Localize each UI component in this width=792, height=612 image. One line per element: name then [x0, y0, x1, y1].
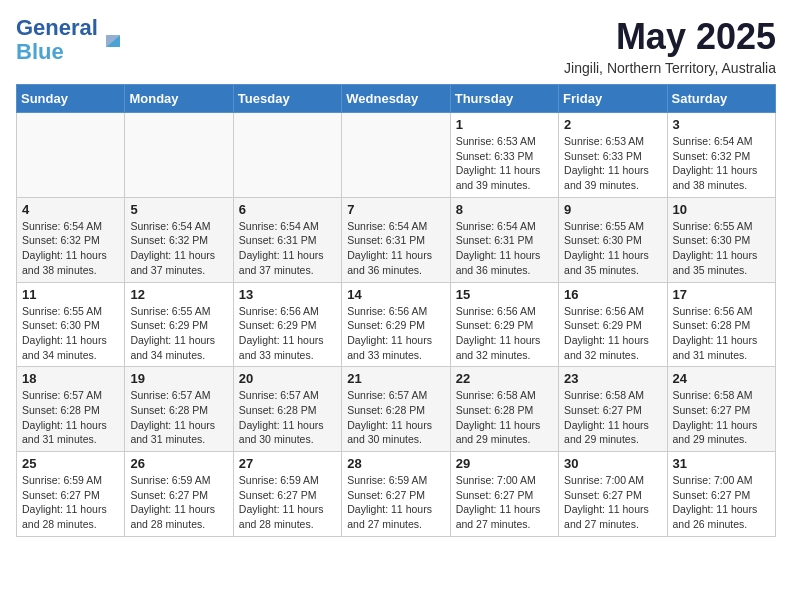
day-number: 29 [456, 456, 553, 471]
col-header-friday: Friday [559, 85, 667, 113]
logo-text: GeneralBlue [16, 16, 98, 64]
day-number: 3 [673, 117, 770, 132]
col-header-monday: Monday [125, 85, 233, 113]
day-cell: 13Sunrise: 6:56 AMSunset: 6:29 PMDayligh… [233, 282, 341, 367]
day-number: 20 [239, 371, 336, 386]
col-header-sunday: Sunday [17, 85, 125, 113]
day-info: Sunrise: 6:55 AMSunset: 6:30 PMDaylight:… [22, 304, 119, 363]
day-info: Sunrise: 6:59 AMSunset: 6:27 PMDaylight:… [239, 473, 336, 532]
day-number: 30 [564, 456, 661, 471]
day-cell: 2Sunrise: 6:53 AMSunset: 6:33 PMDaylight… [559, 113, 667, 198]
day-cell: 15Sunrise: 6:56 AMSunset: 6:29 PMDayligh… [450, 282, 558, 367]
day-info: Sunrise: 6:54 AMSunset: 6:32 PMDaylight:… [673, 134, 770, 193]
day-info: Sunrise: 6:55 AMSunset: 6:30 PMDaylight:… [564, 219, 661, 278]
day-info: Sunrise: 6:56 AMSunset: 6:29 PMDaylight:… [564, 304, 661, 363]
day-cell [125, 113, 233, 198]
day-info: Sunrise: 6:55 AMSunset: 6:30 PMDaylight:… [673, 219, 770, 278]
day-number: 16 [564, 287, 661, 302]
day-number: 9 [564, 202, 661, 217]
day-info: Sunrise: 6:56 AMSunset: 6:29 PMDaylight:… [456, 304, 553, 363]
day-info: Sunrise: 6:56 AMSunset: 6:28 PMDaylight:… [673, 304, 770, 363]
day-number: 14 [347, 287, 444, 302]
day-number: 7 [347, 202, 444, 217]
logo: GeneralBlue [16, 16, 124, 64]
day-cell: 30Sunrise: 7:00 AMSunset: 6:27 PMDayligh… [559, 452, 667, 537]
day-cell: 3Sunrise: 6:54 AMSunset: 6:32 PMDaylight… [667, 113, 775, 198]
day-info: Sunrise: 6:57 AMSunset: 6:28 PMDaylight:… [239, 388, 336, 447]
day-info: Sunrise: 7:00 AMSunset: 6:27 PMDaylight:… [564, 473, 661, 532]
day-info: Sunrise: 6:54 AMSunset: 6:32 PMDaylight:… [130, 219, 227, 278]
calendar-header-row: SundayMondayTuesdayWednesdayThursdayFrid… [17, 85, 776, 113]
day-cell: 18Sunrise: 6:57 AMSunset: 6:28 PMDayligh… [17, 367, 125, 452]
day-cell: 5Sunrise: 6:54 AMSunset: 6:32 PMDaylight… [125, 197, 233, 282]
day-cell: 25Sunrise: 6:59 AMSunset: 6:27 PMDayligh… [17, 452, 125, 537]
week-row-4: 18Sunrise: 6:57 AMSunset: 6:28 PMDayligh… [17, 367, 776, 452]
day-number: 23 [564, 371, 661, 386]
day-info: Sunrise: 7:00 AMSunset: 6:27 PMDaylight:… [456, 473, 553, 532]
day-info: Sunrise: 6:57 AMSunset: 6:28 PMDaylight:… [347, 388, 444, 447]
day-cell: 4Sunrise: 6:54 AMSunset: 6:32 PMDaylight… [17, 197, 125, 282]
day-number: 12 [130, 287, 227, 302]
day-cell [17, 113, 125, 198]
day-cell: 27Sunrise: 6:59 AMSunset: 6:27 PMDayligh… [233, 452, 341, 537]
day-number: 5 [130, 202, 227, 217]
day-number: 22 [456, 371, 553, 386]
day-cell [342, 113, 450, 198]
day-cell: 17Sunrise: 6:56 AMSunset: 6:28 PMDayligh… [667, 282, 775, 367]
day-cell: 24Sunrise: 6:58 AMSunset: 6:27 PMDayligh… [667, 367, 775, 452]
day-cell: 14Sunrise: 6:56 AMSunset: 6:29 PMDayligh… [342, 282, 450, 367]
week-row-5: 25Sunrise: 6:59 AMSunset: 6:27 PMDayligh… [17, 452, 776, 537]
day-cell: 28Sunrise: 6:59 AMSunset: 6:27 PMDayligh… [342, 452, 450, 537]
day-number: 17 [673, 287, 770, 302]
day-number: 18 [22, 371, 119, 386]
day-info: Sunrise: 6:53 AMSunset: 6:33 PMDaylight:… [456, 134, 553, 193]
day-cell: 8Sunrise: 6:54 AMSunset: 6:31 PMDaylight… [450, 197, 558, 282]
day-cell: 12Sunrise: 6:55 AMSunset: 6:29 PMDayligh… [125, 282, 233, 367]
day-info: Sunrise: 7:00 AMSunset: 6:27 PMDaylight:… [673, 473, 770, 532]
day-info: Sunrise: 6:53 AMSunset: 6:33 PMDaylight:… [564, 134, 661, 193]
col-header-wednesday: Wednesday [342, 85, 450, 113]
day-number: 13 [239, 287, 336, 302]
day-cell: 6Sunrise: 6:54 AMSunset: 6:31 PMDaylight… [233, 197, 341, 282]
col-header-tuesday: Tuesday [233, 85, 341, 113]
logo-icon [102, 29, 124, 51]
day-cell: 20Sunrise: 6:57 AMSunset: 6:28 PMDayligh… [233, 367, 341, 452]
day-cell: 11Sunrise: 6:55 AMSunset: 6:30 PMDayligh… [17, 282, 125, 367]
week-row-1: 1Sunrise: 6:53 AMSunset: 6:33 PMDaylight… [17, 113, 776, 198]
day-number: 11 [22, 287, 119, 302]
day-info: Sunrise: 6:55 AMSunset: 6:29 PMDaylight:… [130, 304, 227, 363]
day-cell: 10Sunrise: 6:55 AMSunset: 6:30 PMDayligh… [667, 197, 775, 282]
day-number: 8 [456, 202, 553, 217]
day-cell: 26Sunrise: 6:59 AMSunset: 6:27 PMDayligh… [125, 452, 233, 537]
day-cell: 23Sunrise: 6:58 AMSunset: 6:27 PMDayligh… [559, 367, 667, 452]
day-info: Sunrise: 6:59 AMSunset: 6:27 PMDaylight:… [22, 473, 119, 532]
location: Jingili, Northern Territory, Australia [564, 60, 776, 76]
day-cell: 7Sunrise: 6:54 AMSunset: 6:31 PMDaylight… [342, 197, 450, 282]
day-info: Sunrise: 6:54 AMSunset: 6:32 PMDaylight:… [22, 219, 119, 278]
day-number: 27 [239, 456, 336, 471]
day-info: Sunrise: 6:54 AMSunset: 6:31 PMDaylight:… [456, 219, 553, 278]
day-info: Sunrise: 6:58 AMSunset: 6:27 PMDaylight:… [673, 388, 770, 447]
week-row-2: 4Sunrise: 6:54 AMSunset: 6:32 PMDaylight… [17, 197, 776, 282]
day-cell: 19Sunrise: 6:57 AMSunset: 6:28 PMDayligh… [125, 367, 233, 452]
day-info: Sunrise: 6:56 AMSunset: 6:29 PMDaylight:… [347, 304, 444, 363]
col-header-thursday: Thursday [450, 85, 558, 113]
day-info: Sunrise: 6:57 AMSunset: 6:28 PMDaylight:… [22, 388, 119, 447]
day-info: Sunrise: 6:57 AMSunset: 6:28 PMDaylight:… [130, 388, 227, 447]
day-cell [233, 113, 341, 198]
page-header: GeneralBlue May 2025 Jingili, Northern T… [16, 16, 776, 76]
week-row-3: 11Sunrise: 6:55 AMSunset: 6:30 PMDayligh… [17, 282, 776, 367]
day-info: Sunrise: 6:54 AMSunset: 6:31 PMDaylight:… [347, 219, 444, 278]
day-cell: 31Sunrise: 7:00 AMSunset: 6:27 PMDayligh… [667, 452, 775, 537]
day-number: 26 [130, 456, 227, 471]
day-number: 10 [673, 202, 770, 217]
day-info: Sunrise: 6:59 AMSunset: 6:27 PMDaylight:… [347, 473, 444, 532]
day-info: Sunrise: 6:54 AMSunset: 6:31 PMDaylight:… [239, 219, 336, 278]
day-cell: 1Sunrise: 6:53 AMSunset: 6:33 PMDaylight… [450, 113, 558, 198]
col-header-saturday: Saturday [667, 85, 775, 113]
day-number: 25 [22, 456, 119, 471]
day-number: 21 [347, 371, 444, 386]
day-number: 31 [673, 456, 770, 471]
day-cell: 21Sunrise: 6:57 AMSunset: 6:28 PMDayligh… [342, 367, 450, 452]
day-number: 2 [564, 117, 661, 132]
